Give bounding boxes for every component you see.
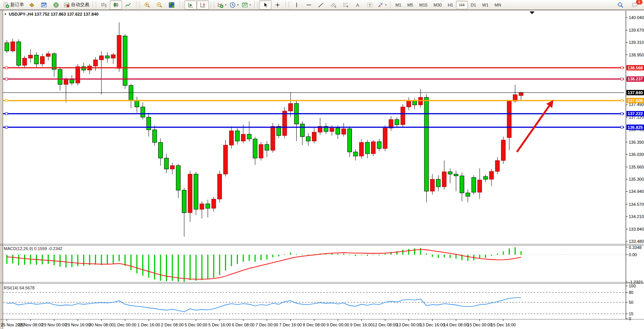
svg-text:29 Nov 00:00: 29 Nov 00:00: [42, 323, 66, 327]
new-order-button[interactable]: 新订单: [2, 0, 26, 10]
candle: [407, 101, 411, 107]
candle: [176, 165, 180, 190]
tile-windows-button[interactable]: [165, 0, 178, 10]
notifications-button[interactable]: 1: [629, 0, 641, 10]
market-window-button[interactable]: [38, 0, 50, 10]
horizontal-line-button[interactable]: [303, 0, 315, 10]
timeframe-mn-button[interactable]: MN: [491, 1, 504, 9]
svg-text:1 Dec 16:00: 1 Dec 16:00: [137, 323, 160, 327]
timeframe-m30-button[interactable]: M30: [430, 1, 445, 9]
candle: [436, 179, 440, 187]
timeframe-h1-button[interactable]: H1: [445, 1, 456, 9]
timeframe-m5-button[interactable]: M5: [404, 1, 416, 9]
candle: [483, 177, 488, 179]
vertical-line-button[interactable]: [291, 0, 303, 10]
candle: [348, 129, 352, 152]
candlestick-button[interactable]: [110, 0, 122, 10]
indicators-icon: [217, 2, 223, 8]
candle: [271, 127, 275, 151]
candle: [383, 128, 387, 149]
periods-button[interactable]: ▾: [228, 0, 240, 10]
line-handle[interactable]: [5, 100, 8, 102]
candle: [182, 190, 186, 213]
zoom-in-button[interactable]: [141, 0, 153, 10]
candle: [466, 193, 470, 196]
candle: [29, 55, 33, 58]
timeframe-h4-button[interactable]: H4: [456, 1, 467, 9]
bar-chart-button[interactable]: [98, 0, 110, 10]
crosshair-button[interactable]: [271, 0, 284, 10]
fibonacci-button[interactable]: F: [339, 0, 352, 10]
line-handle[interactable]: [5, 67, 8, 69]
candle: [188, 174, 192, 213]
cursor-button[interactable]: [259, 0, 271, 10]
line-handle[interactable]: [621, 78, 623, 80]
candle: [230, 131, 234, 145]
svg-text:137.608: 137.608: [628, 98, 643, 103]
new-order-button-label: 新订单: [10, 2, 24, 8]
notifications-badge: 1: [636, 0, 643, 5]
search-button[interactable]: [614, 0, 626, 10]
trendline-button[interactable]: [315, 0, 327, 10]
line-handle[interactable]: [5, 112, 8, 115]
vline-icon: [294, 2, 300, 8]
chevron-down-icon[interactable]: ▾: [249, 3, 251, 6]
line-handle[interactable]: [5, 78, 8, 80]
clock-icon: [230, 2, 236, 8]
toolbar-grip: [257, 2, 258, 8]
svg-text:0: 0: [629, 316, 631, 321]
chevron-down-icon[interactable]: ▾: [385, 3, 387, 6]
line-handle[interactable]: [621, 67, 623, 69]
text-button[interactable]: A: [352, 0, 364, 10]
channel-button[interactable]: E: [327, 0, 339, 10]
candle: [353, 152, 358, 156]
text-label-button[interactable]: T: [364, 0, 376, 10]
indicators-button[interactable]: ▾: [216, 0, 228, 10]
svg-text:137.222: 137.222: [628, 111, 643, 116]
search-icon: [617, 2, 623, 8]
candle: [105, 56, 109, 58]
signals-button[interactable]: [50, 0, 62, 10]
timeframe-d1-button[interactable]: D1: [468, 1, 479, 9]
fibonacci-icon: F: [342, 2, 348, 8]
indicator-list-button[interactable]: [26, 0, 38, 10]
toolbar-separator: [211, 1, 212, 9]
toolbar-grip: [182, 2, 183, 8]
trendline-icon: [318, 2, 324, 8]
line-handle[interactable]: [621, 126, 623, 128]
timeframe-m1-button[interactable]: M1: [392, 1, 404, 9]
svg-text:138.237: 138.237: [628, 77, 643, 81]
svg-text:F: F: [347, 5, 348, 8]
line-handle[interactable]: [5, 126, 8, 128]
candle: [377, 142, 381, 149]
tile-windows-icon: [169, 2, 175, 8]
autotrading-button[interactable]: 自动交易: [62, 0, 91, 10]
templates-button[interactable]: ▾: [240, 0, 252, 10]
svg-text:15 Dec 00:00: 15 Dec 00:00: [467, 323, 492, 327]
candle: [442, 172, 446, 187]
line-chart-button[interactable]: [122, 0, 134, 10]
arrows-button[interactable]: ▾: [376, 0, 388, 10]
line-handle[interactable]: [621, 112, 623, 115]
chart-canvas[interactable]: 140.040139.670139.310138.950138.590138.2…: [0, 10, 644, 329]
chart-window[interactable]: ▼ USDJPY-,H4 137.752 137.863 137.622 137…: [0, 10, 644, 329]
candle: [46, 54, 50, 56]
line-handle[interactable]: [621, 100, 623, 102]
svg-text:30 Nov 08:00: 30 Nov 08:00: [89, 323, 114, 327]
chart-menu-icon[interactable]: ▼: [4, 13, 7, 16]
candle: [218, 174, 222, 199]
svg-text:E: E: [335, 5, 337, 8]
timeframe-m15-button[interactable]: M15: [416, 1, 430, 9]
svg-text:137.840: 137.840: [628, 90, 643, 95]
chart-window-icon: [41, 2, 47, 8]
signals-icon: [53, 2, 59, 8]
candle: [93, 60, 98, 66]
chevron-down-icon[interactable]: ▾: [237, 3, 239, 6]
timeframe-w1-button[interactable]: W1: [479, 1, 492, 9]
zoom-out-button[interactable]: [153, 0, 165, 10]
chart-shift-button[interactable]: [197, 0, 209, 10]
candle: [123, 36, 127, 85]
candle: [206, 204, 210, 209]
auto-scroll-button[interactable]: [185, 0, 197, 10]
chevron-down-icon[interactable]: ▾: [225, 3, 226, 6]
